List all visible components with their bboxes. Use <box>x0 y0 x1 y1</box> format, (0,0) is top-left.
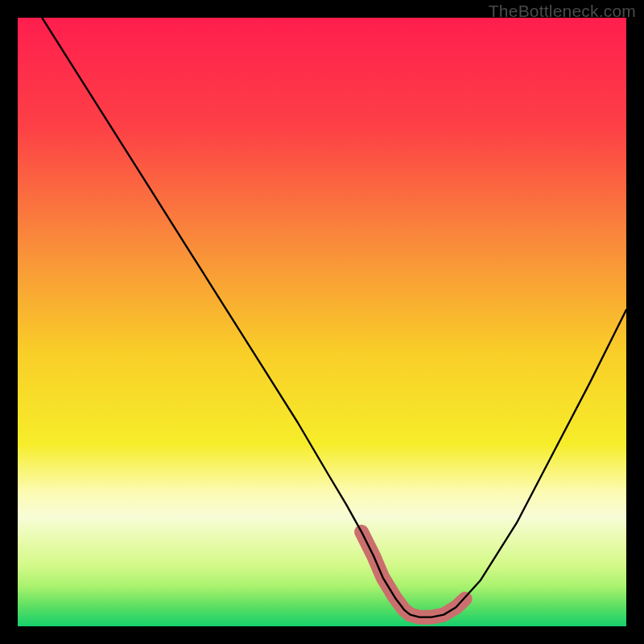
watermark-text: TheBottleneck.com <box>489 2 636 21</box>
plot-area <box>18 18 626 626</box>
chart-frame: TheBottleneck.com <box>0 0 644 644</box>
gradient-background <box>18 18 626 626</box>
chart-svg <box>18 18 626 626</box>
